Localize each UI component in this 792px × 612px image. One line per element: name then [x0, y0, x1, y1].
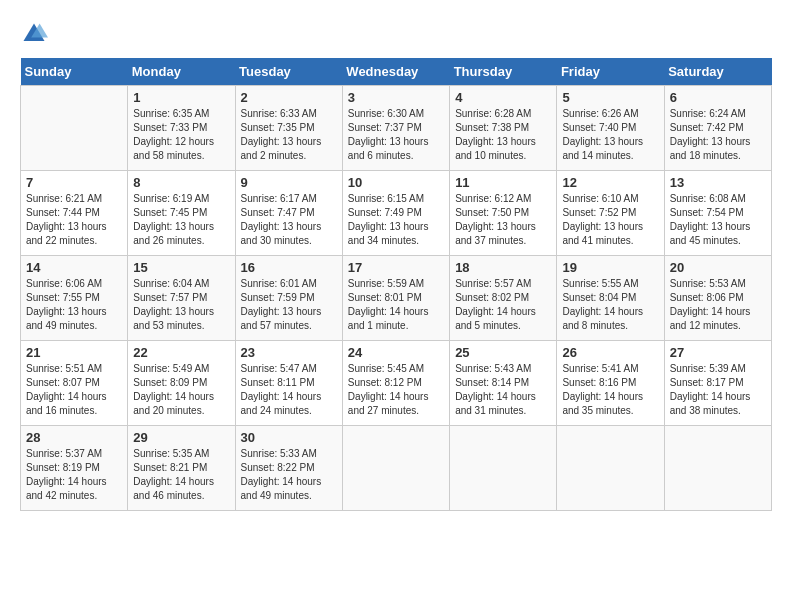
- day-header-friday: Friday: [557, 58, 664, 86]
- calendar-cell: 19Sunrise: 5:55 AM Sunset: 8:04 PM Dayli…: [557, 256, 664, 341]
- day-number: 8: [133, 175, 229, 190]
- day-number: 30: [241, 430, 337, 445]
- day-number: 28: [26, 430, 122, 445]
- calendar-cell: 24Sunrise: 5:45 AM Sunset: 8:12 PM Dayli…: [342, 341, 449, 426]
- day-number: 18: [455, 260, 551, 275]
- day-number: 10: [348, 175, 444, 190]
- page-header: [20, 20, 772, 48]
- day-number: 14: [26, 260, 122, 275]
- calendar-week-row: 7Sunrise: 6:21 AM Sunset: 7:44 PM Daylig…: [21, 171, 772, 256]
- cell-content: Sunrise: 6:21 AM Sunset: 7:44 PM Dayligh…: [26, 192, 122, 248]
- calendar-cell: 7Sunrise: 6:21 AM Sunset: 7:44 PM Daylig…: [21, 171, 128, 256]
- cell-content: Sunrise: 6:04 AM Sunset: 7:57 PM Dayligh…: [133, 277, 229, 333]
- calendar-cell: 15Sunrise: 6:04 AM Sunset: 7:57 PM Dayli…: [128, 256, 235, 341]
- cell-content: Sunrise: 5:45 AM Sunset: 8:12 PM Dayligh…: [348, 362, 444, 418]
- calendar-table: SundayMondayTuesdayWednesdayThursdayFrid…: [20, 58, 772, 511]
- calendar-cell: 11Sunrise: 6:12 AM Sunset: 7:50 PM Dayli…: [450, 171, 557, 256]
- day-number: 20: [670, 260, 766, 275]
- cell-content: Sunrise: 6:10 AM Sunset: 7:52 PM Dayligh…: [562, 192, 658, 248]
- cell-content: Sunrise: 5:39 AM Sunset: 8:17 PM Dayligh…: [670, 362, 766, 418]
- cell-content: Sunrise: 6:19 AM Sunset: 7:45 PM Dayligh…: [133, 192, 229, 248]
- calendar-cell: 5Sunrise: 6:26 AM Sunset: 7:40 PM Daylig…: [557, 86, 664, 171]
- calendar-cell: 20Sunrise: 5:53 AM Sunset: 8:06 PM Dayli…: [664, 256, 771, 341]
- logo-icon: [20, 20, 48, 48]
- calendar-cell: 16Sunrise: 6:01 AM Sunset: 7:59 PM Dayli…: [235, 256, 342, 341]
- day-number: 12: [562, 175, 658, 190]
- day-header-saturday: Saturday: [664, 58, 771, 86]
- day-number: 13: [670, 175, 766, 190]
- day-number: 22: [133, 345, 229, 360]
- cell-content: Sunrise: 6:24 AM Sunset: 7:42 PM Dayligh…: [670, 107, 766, 163]
- calendar-week-row: 14Sunrise: 6:06 AM Sunset: 7:55 PM Dayli…: [21, 256, 772, 341]
- calendar-cell: 13Sunrise: 6:08 AM Sunset: 7:54 PM Dayli…: [664, 171, 771, 256]
- cell-content: Sunrise: 6:28 AM Sunset: 7:38 PM Dayligh…: [455, 107, 551, 163]
- cell-content: Sunrise: 6:26 AM Sunset: 7:40 PM Dayligh…: [562, 107, 658, 163]
- day-header-wednesday: Wednesday: [342, 58, 449, 86]
- day-header-thursday: Thursday: [450, 58, 557, 86]
- cell-content: Sunrise: 6:33 AM Sunset: 7:35 PM Dayligh…: [241, 107, 337, 163]
- day-number: 17: [348, 260, 444, 275]
- calendar-header-row: SundayMondayTuesdayWednesdayThursdayFrid…: [21, 58, 772, 86]
- calendar-cell: [342, 426, 449, 511]
- day-number: 7: [26, 175, 122, 190]
- day-number: 24: [348, 345, 444, 360]
- cell-content: Sunrise: 5:55 AM Sunset: 8:04 PM Dayligh…: [562, 277, 658, 333]
- cell-content: Sunrise: 5:53 AM Sunset: 8:06 PM Dayligh…: [670, 277, 766, 333]
- cell-content: Sunrise: 5:43 AM Sunset: 8:14 PM Dayligh…: [455, 362, 551, 418]
- day-number: 21: [26, 345, 122, 360]
- calendar-cell: 8Sunrise: 6:19 AM Sunset: 7:45 PM Daylig…: [128, 171, 235, 256]
- cell-content: Sunrise: 5:35 AM Sunset: 8:21 PM Dayligh…: [133, 447, 229, 503]
- cell-content: Sunrise: 6:15 AM Sunset: 7:49 PM Dayligh…: [348, 192, 444, 248]
- calendar-cell: 2Sunrise: 6:33 AM Sunset: 7:35 PM Daylig…: [235, 86, 342, 171]
- calendar-week-row: 21Sunrise: 5:51 AM Sunset: 8:07 PM Dayli…: [21, 341, 772, 426]
- calendar-cell: 27Sunrise: 5:39 AM Sunset: 8:17 PM Dayli…: [664, 341, 771, 426]
- calendar-cell: 18Sunrise: 5:57 AM Sunset: 8:02 PM Dayli…: [450, 256, 557, 341]
- day-number: 5: [562, 90, 658, 105]
- cell-content: Sunrise: 6:30 AM Sunset: 7:37 PM Dayligh…: [348, 107, 444, 163]
- calendar-cell: 23Sunrise: 5:47 AM Sunset: 8:11 PM Dayli…: [235, 341, 342, 426]
- day-number: 29: [133, 430, 229, 445]
- calendar-cell: 9Sunrise: 6:17 AM Sunset: 7:47 PM Daylig…: [235, 171, 342, 256]
- cell-content: Sunrise: 5:47 AM Sunset: 8:11 PM Dayligh…: [241, 362, 337, 418]
- day-number: 4: [455, 90, 551, 105]
- calendar-cell: 25Sunrise: 5:43 AM Sunset: 8:14 PM Dayli…: [450, 341, 557, 426]
- cell-content: Sunrise: 6:01 AM Sunset: 7:59 PM Dayligh…: [241, 277, 337, 333]
- calendar-cell: 12Sunrise: 6:10 AM Sunset: 7:52 PM Dayli…: [557, 171, 664, 256]
- day-number: 25: [455, 345, 551, 360]
- day-number: 6: [670, 90, 766, 105]
- calendar-cell: [21, 86, 128, 171]
- cell-content: Sunrise: 6:08 AM Sunset: 7:54 PM Dayligh…: [670, 192, 766, 248]
- day-number: 1: [133, 90, 229, 105]
- cell-content: Sunrise: 6:35 AM Sunset: 7:33 PM Dayligh…: [133, 107, 229, 163]
- calendar-cell: [557, 426, 664, 511]
- cell-content: Sunrise: 5:51 AM Sunset: 8:07 PM Dayligh…: [26, 362, 122, 418]
- day-number: 11: [455, 175, 551, 190]
- logo: [20, 20, 52, 48]
- day-number: 15: [133, 260, 229, 275]
- calendar-cell: 17Sunrise: 5:59 AM Sunset: 8:01 PM Dayli…: [342, 256, 449, 341]
- day-header-tuesday: Tuesday: [235, 58, 342, 86]
- day-number: 26: [562, 345, 658, 360]
- calendar-cell: 4Sunrise: 6:28 AM Sunset: 7:38 PM Daylig…: [450, 86, 557, 171]
- day-number: 27: [670, 345, 766, 360]
- cell-content: Sunrise: 6:12 AM Sunset: 7:50 PM Dayligh…: [455, 192, 551, 248]
- cell-content: Sunrise: 5:37 AM Sunset: 8:19 PM Dayligh…: [26, 447, 122, 503]
- cell-content: Sunrise: 5:33 AM Sunset: 8:22 PM Dayligh…: [241, 447, 337, 503]
- cell-content: Sunrise: 6:17 AM Sunset: 7:47 PM Dayligh…: [241, 192, 337, 248]
- cell-content: Sunrise: 5:41 AM Sunset: 8:16 PM Dayligh…: [562, 362, 658, 418]
- cell-content: Sunrise: 6:06 AM Sunset: 7:55 PM Dayligh…: [26, 277, 122, 333]
- calendar-cell: 6Sunrise: 6:24 AM Sunset: 7:42 PM Daylig…: [664, 86, 771, 171]
- calendar-week-row: 28Sunrise: 5:37 AM Sunset: 8:19 PM Dayli…: [21, 426, 772, 511]
- calendar-week-row: 1Sunrise: 6:35 AM Sunset: 7:33 PM Daylig…: [21, 86, 772, 171]
- cell-content: Sunrise: 5:57 AM Sunset: 8:02 PM Dayligh…: [455, 277, 551, 333]
- day-header-sunday: Sunday: [21, 58, 128, 86]
- calendar-cell: 10Sunrise: 6:15 AM Sunset: 7:49 PM Dayli…: [342, 171, 449, 256]
- day-number: 23: [241, 345, 337, 360]
- cell-content: Sunrise: 5:49 AM Sunset: 8:09 PM Dayligh…: [133, 362, 229, 418]
- day-number: 16: [241, 260, 337, 275]
- calendar-cell: 28Sunrise: 5:37 AM Sunset: 8:19 PM Dayli…: [21, 426, 128, 511]
- calendar-cell: [664, 426, 771, 511]
- calendar-cell: 21Sunrise: 5:51 AM Sunset: 8:07 PM Dayli…: [21, 341, 128, 426]
- calendar-cell: 14Sunrise: 6:06 AM Sunset: 7:55 PM Dayli…: [21, 256, 128, 341]
- day-number: 3: [348, 90, 444, 105]
